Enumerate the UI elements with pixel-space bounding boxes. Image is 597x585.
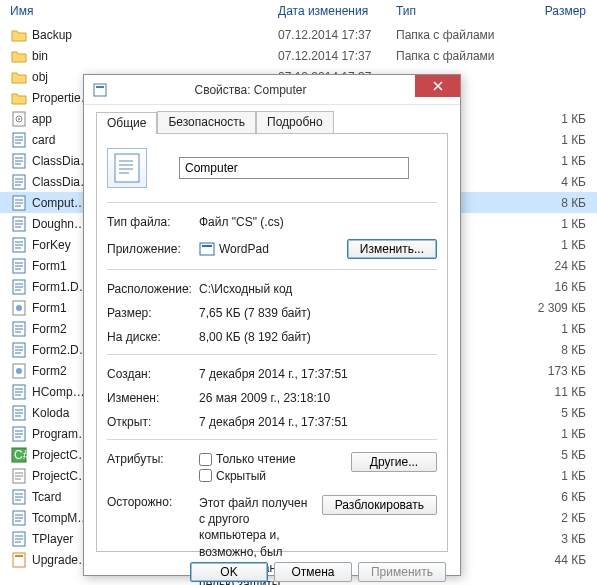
file-icon bbox=[10, 69, 28, 85]
window-title: Свойства: Computer bbox=[116, 83, 415, 97]
file-icon bbox=[10, 510, 28, 526]
file-icon bbox=[10, 216, 28, 232]
size-value: 7,65 КБ (7 839 байт) bbox=[199, 306, 437, 320]
wordpad-icon bbox=[199, 241, 215, 257]
tab-security[interactable]: Безопасность bbox=[157, 111, 256, 133]
apply-button[interactable]: Применить bbox=[358, 562, 446, 582]
file-icon bbox=[10, 153, 28, 169]
file-size: 1 КБ bbox=[506, 133, 586, 147]
file-icon bbox=[10, 342, 28, 358]
file-size: 1 КБ bbox=[506, 469, 586, 483]
file-size: 8 КБ bbox=[506, 196, 586, 210]
column-headers: Имя Дата изменения Тип Размер bbox=[0, 0, 597, 24]
advanced-attributes-button[interactable]: Другие... bbox=[351, 452, 437, 472]
table-row[interactable]: Backup07.12.2014 17:37Папка с файлами bbox=[0, 24, 597, 45]
file-size: 2 309 КБ bbox=[506, 301, 586, 315]
window-icon bbox=[92, 82, 108, 98]
file-icon bbox=[10, 384, 28, 400]
file-size: 3 КБ bbox=[506, 532, 586, 546]
file-size: 8 КБ bbox=[506, 343, 586, 357]
close-button[interactable] bbox=[415, 75, 460, 97]
svg-rect-27 bbox=[15, 555, 23, 557]
col-name[interactable]: Имя bbox=[10, 4, 278, 18]
file-size: 2 КБ bbox=[506, 511, 586, 525]
file-icon bbox=[10, 48, 28, 64]
file-icon bbox=[10, 363, 28, 379]
created-label: Создан: bbox=[107, 367, 199, 381]
file-icon: C# bbox=[10, 447, 28, 463]
file-icon bbox=[10, 90, 28, 106]
filetype-value: Файл "CS" (.cs) bbox=[199, 215, 437, 229]
tab-page-general: Тип файла: Файл "CS" (.cs) Приложение: W… bbox=[96, 134, 448, 552]
col-date[interactable]: Дата изменения bbox=[278, 4, 396, 18]
svg-text:C#: C# bbox=[14, 448, 27, 462]
location-label: Расположение: bbox=[107, 282, 199, 296]
file-size: 173 КБ bbox=[506, 364, 586, 378]
properties-dialog: Свойства: Computer Общие Безопасность По… bbox=[83, 74, 461, 576]
titlebar[interactable]: Свойства: Computer bbox=[84, 75, 460, 105]
file-icon bbox=[10, 195, 28, 211]
sizeondisk-value: 8,00 КБ (8 192 байт) bbox=[199, 330, 437, 344]
file-icon bbox=[10, 237, 28, 253]
size-label: Размер: bbox=[107, 306, 199, 320]
filename-input[interactable] bbox=[179, 157, 409, 179]
filetype-label: Тип файла: bbox=[107, 215, 199, 229]
file-icon bbox=[10, 405, 28, 421]
file-name: Backup bbox=[32, 28, 278, 42]
svg-point-2 bbox=[18, 118, 20, 120]
file-icon bbox=[10, 258, 28, 274]
file-size: 1 КБ bbox=[506, 112, 586, 126]
file-size: 6 КБ bbox=[506, 490, 586, 504]
col-size[interactable]: Размер bbox=[506, 4, 586, 18]
sizeondisk-label: На диске: bbox=[107, 330, 199, 344]
file-size: 16 КБ bbox=[506, 280, 586, 294]
attributes-label: Атрибуты: bbox=[107, 452, 199, 466]
file-icon bbox=[10, 300, 28, 316]
file-icon bbox=[10, 132, 28, 148]
tab-details[interactable]: Подробно bbox=[256, 111, 334, 133]
created-value: 7 декабря 2014 г., 17:37:51 bbox=[199, 367, 437, 381]
file-type: Папка с файлами bbox=[396, 28, 506, 42]
file-date: 07.12.2014 17:37 bbox=[278, 28, 396, 42]
cancel-button[interactable]: Отмена bbox=[274, 562, 352, 582]
accessed-value: 7 декабря 2014 г., 17:37:51 bbox=[199, 415, 437, 429]
file-size: 44 КБ bbox=[506, 553, 586, 567]
file-size: 24 КБ bbox=[506, 259, 586, 273]
file-icon bbox=[10, 552, 28, 568]
file-size: 1 КБ bbox=[506, 427, 586, 441]
svg-rect-29 bbox=[96, 86, 104, 88]
file-size: 11 КБ bbox=[506, 385, 586, 399]
file-size: 5 КБ bbox=[506, 406, 586, 420]
file-icon bbox=[10, 321, 28, 337]
tab-general[interactable]: Общие bbox=[96, 112, 157, 134]
unblock-button[interactable]: Разблокировать bbox=[322, 495, 437, 515]
svg-rect-31 bbox=[200, 243, 214, 255]
security-warning-label: Осторожно: bbox=[107, 495, 199, 509]
file-size: 4 КБ bbox=[506, 175, 586, 189]
change-app-button[interactable]: Изменить... bbox=[347, 239, 437, 259]
svg-point-16 bbox=[16, 368, 22, 374]
modified-value: 26 мая 2009 г., 23:18:10 bbox=[199, 391, 437, 405]
hidden-checkbox[interactable]: Скрытый bbox=[199, 469, 266, 483]
svg-point-12 bbox=[16, 305, 22, 311]
tab-strip: Общие Безопасность Подробно bbox=[96, 111, 448, 134]
file-icon bbox=[10, 279, 28, 295]
file-icon bbox=[10, 426, 28, 442]
table-row[interactable]: bin07.12.2014 17:37Папка с файлами bbox=[0, 45, 597, 66]
svg-rect-28 bbox=[94, 84, 106, 96]
file-name: bin bbox=[32, 49, 278, 63]
file-size: 5 КБ bbox=[506, 448, 586, 462]
file-size: 1 КБ bbox=[506, 217, 586, 231]
ok-button[interactable]: OK bbox=[190, 562, 268, 582]
file-type-icon bbox=[107, 148, 147, 188]
file-icon bbox=[10, 111, 28, 127]
file-icon bbox=[10, 531, 28, 547]
file-icon bbox=[10, 27, 28, 43]
file-icon bbox=[10, 174, 28, 190]
app-value: WordPad bbox=[219, 242, 269, 256]
readonly-checkbox[interactable]: Только чтение bbox=[199, 452, 296, 466]
col-type[interactable]: Тип bbox=[396, 4, 506, 18]
file-icon bbox=[10, 489, 28, 505]
file-size: 1 КБ bbox=[506, 322, 586, 336]
file-date: 07.12.2014 17:37 bbox=[278, 49, 396, 63]
